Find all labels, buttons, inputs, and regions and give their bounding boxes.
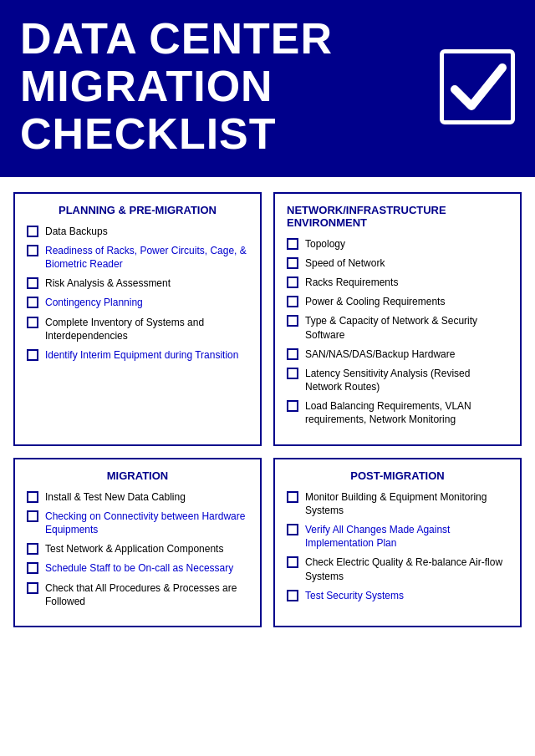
item-label: Verify All Changes Made Against Implemen… — [305, 523, 508, 550]
planning-list: Data BackupsReadiness of Racks, Power Ci… — [27, 225, 248, 363]
item-label: SAN/NAS/DAS/Backup Hardware — [305, 348, 455, 361]
migration-title: MIGRATION — [27, 469, 248, 482]
list-item: Load Balancing Requirements, VLAN requir… — [287, 399, 508, 426]
network-list: TopologySpeed of NetworkRacks Requiremen… — [287, 237, 508, 427]
item-label: Test Network & Application Components — [45, 542, 223, 556]
checkbox[interactable] — [287, 556, 298, 568]
item-label: Data Backups — [45, 225, 108, 238]
content-grid: PLANNING & PRE-MIGRATION Data BackupsRea… — [0, 177, 535, 641]
item-label: Risk Analysis & Assessment — [45, 277, 171, 290]
header-line1: DATA CENTER — [20, 15, 440, 63]
checkbox[interactable] — [27, 491, 38, 503]
list-item: Data Backups — [27, 225, 248, 238]
list-item: Check Electric Quality & Re-balance Air-… — [287, 556, 508, 582]
list-item: Contingency Planning — [27, 296, 248, 309]
item-label: Contingency Planning — [45, 296, 143, 309]
checkbox[interactable] — [27, 543, 38, 555]
list-item: Latency Sensitivity Analysis (Revised Ne… — [287, 367, 508, 393]
item-label: Readiness of Racks, Power Circuits, Cage… — [45, 244, 248, 271]
list-item: Install & Test New Data Cabling — [27, 490, 248, 504]
checkbox[interactable] — [287, 590, 298, 601]
item-label: Latency Sensitivity Analysis (Revised Ne… — [305, 367, 508, 393]
checkbox[interactable] — [287, 400, 298, 412]
item-label: Checking on Connectivity between Hardwar… — [45, 510, 248, 536]
checkbox[interactable] — [27, 226, 38, 237]
item-label: Power & Cooling Requirements — [305, 295, 445, 308]
item-label: Identify Interim Equipment during Transi… — [45, 348, 238, 362]
checkbox[interactable] — [287, 257, 298, 269]
header-text: DATA CENTER MIGRATION CHECKLIST — [20, 15, 440, 159]
checkbox[interactable] — [287, 348, 298, 360]
item-label: Monitor Building & Equipment Monitoring … — [305, 490, 508, 517]
item-label: Test Security Systems — [305, 589, 404, 602]
planning-title: PLANNING & PRE-MIGRATION — [27, 204, 248, 216]
checklist-icon — [440, 49, 515, 124]
list-item: Readiness of Racks, Power Circuits, Cage… — [27, 244, 248, 271]
postmigration-section: POST-MIGRATION Monitor Building & Equipm… — [273, 458, 522, 627]
checkbox[interactable] — [27, 317, 38, 328]
item-label: Install & Test New Data Cabling — [45, 490, 186, 504]
checkbox[interactable] — [27, 582, 38, 594]
item-label: Complete Inventory of Systems and Interd… — [45, 316, 248, 342]
item-label: Load Balancing Requirements, VLAN requir… — [305, 399, 508, 426]
list-item: Speed of Network — [287, 256, 508, 270]
checkbox[interactable] — [27, 297, 38, 308]
list-item: Checking on Connectivity between Hardwar… — [27, 510, 248, 536]
list-item: Test Security Systems — [287, 589, 508, 602]
checkmark-svg — [448, 58, 507, 116]
checkbox[interactable] — [287, 315, 298, 327]
list-item: Risk Analysis & Assessment — [27, 277, 248, 290]
postmigration-title: POST-MIGRATION — [287, 469, 508, 482]
checkbox[interactable] — [287, 368, 298, 379]
checkbox[interactable] — [27, 510, 38, 522]
list-item: Racks Requirements — [287, 276, 508, 289]
list-item: Identify Interim Equipment during Transi… — [27, 348, 248, 362]
checkbox[interactable] — [287, 296, 298, 307]
list-item: Complete Inventory of Systems and Interd… — [27, 316, 248, 342]
item-label: Topology — [305, 237, 345, 251]
list-item: Schedule Staff to be On-call as Necessar… — [27, 561, 248, 575]
checkbox[interactable] — [27, 277, 38, 289]
item-label: Schedule Staff to be On-call as Necessar… — [45, 561, 233, 575]
checkbox[interactable] — [27, 349, 38, 361]
checkbox[interactable] — [287, 277, 298, 288]
list-item: Monitor Building & Equipment Monitoring … — [287, 490, 508, 517]
item-label: Racks Requirements — [305, 276, 398, 289]
list-item: Type & Capacity of Network & Security So… — [287, 314, 508, 341]
list-item: Topology — [287, 237, 508, 251]
list-item: Check that All Procedures & Processes ar… — [27, 581, 248, 608]
network-title: Network/Infrastructure Environment — [287, 204, 508, 229]
item-label: Check that All Procedures & Processes ar… — [45, 581, 248, 608]
checkbox[interactable] — [27, 245, 38, 256]
item-label: Check Electric Quality & Re-balance Air-… — [305, 556, 508, 582]
network-section: Network/Infrastructure Environment Topol… — [273, 192, 522, 446]
migration-section: MIGRATION Install & Test New Data Cablin… — [13, 458, 262, 627]
list-item: Verify All Changes Made Against Implemen… — [287, 523, 508, 550]
checkbox[interactable] — [27, 562, 38, 574]
checkbox[interactable] — [287, 524, 298, 535]
planning-section: PLANNING & PRE-MIGRATION Data BackupsRea… — [13, 192, 262, 446]
item-label: Speed of Network — [305, 256, 385, 270]
item-label: Type & Capacity of Network & Security So… — [305, 314, 508, 341]
checkbox[interactable] — [287, 491, 298, 503]
checkbox[interactable] — [287, 238, 298, 250]
header: DATA CENTER MIGRATION CHECKLIST — [0, 0, 535, 177]
list-item: Test Network & Application Components — [27, 542, 248, 556]
list-item: SAN/NAS/DAS/Backup Hardware — [287, 348, 508, 361]
list-item: Power & Cooling Requirements — [287, 295, 508, 308]
postmigration-list: Monitor Building & Equipment Monitoring … — [287, 490, 508, 602]
header-line2: MIGRATION CHECKLIST — [20, 63, 440, 158]
migration-list: Install & Test New Data CablingChecking … — [27, 490, 248, 608]
